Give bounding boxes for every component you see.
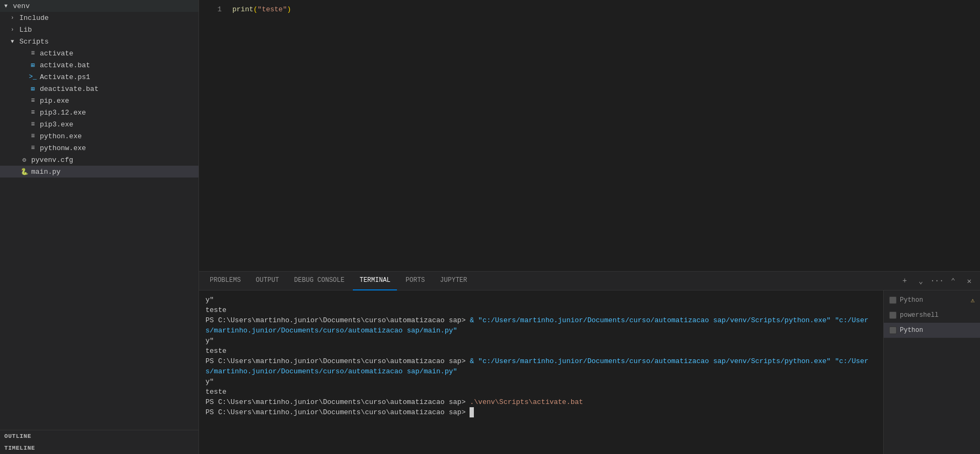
sidebar-item-scripts[interactable]: ▼Scripts: [0, 36, 198, 47]
terminal-text: teste: [205, 306, 226, 314]
editor: 1 print("teste"): [199, 0, 980, 271]
sidebar-item-label: Scripts: [19, 38, 198, 46]
sidebar-item-venv[interactable]: ▼venv: [0, 0, 198, 12]
terminal-tabs-bar: PROBLEMSOUTPUTDEBUG CONSOLETERMINALPORTS…: [199, 272, 980, 290]
sidebar-item-label: pip3.exe: [40, 120, 198, 129]
terminal-instance-python-1[interactable]: Python⚠: [884, 293, 980, 308]
sidebar-item-include[interactable]: ›Include: [0, 12, 198, 24]
terminal-prompt: PS C:\Users\martinho.junior\Documents\cu…: [205, 408, 470, 416]
sidebar-item-icon: ≡: [28, 132, 38, 140]
sidebar-item-icon: ≡: [28, 97, 38, 104]
sidebar-item-arrow: ›: [11, 15, 19, 21]
sidebar-item-icon: ≡: [28, 49, 38, 57]
terminal-text: y": [205, 296, 214, 304]
terminal-action-close[interactable]: ✕: [963, 274, 976, 287]
terminal-action-ellipsis[interactable]: ···: [931, 274, 943, 287]
sidebar-item-pip-exe[interactable]: ≡pip.exe: [0, 95, 198, 107]
sidebar-item-pip3-exe[interactable]: ≡pip3.exe: [0, 118, 198, 130]
terminal-tab-actions: +⌄···⌃✕: [898, 274, 976, 287]
terminal-tab-output[interactable]: OUTPUT: [250, 272, 286, 290]
main-area: 1 print("teste") PROBLEMSOUTPUTDEBUG CON…: [199, 0, 980, 454]
terminal-tab-ports[interactable]: PORTS: [399, 272, 431, 290]
code-token: print: [232, 5, 253, 13]
terminal-line: y": [205, 377, 877, 387]
terminal-instance-powershell[interactable]: powershell: [884, 308, 980, 323]
terminal-action-dropdown[interactable]: ⌄: [914, 274, 927, 287]
terminal-line: PS C:\Users\martinho.junior\Documents\cu…: [205, 356, 877, 377]
terminal-line: PS C:\Users\martinho.junior\Documents\cu…: [205, 407, 877, 417]
code-token: ): [287, 5, 291, 13]
terminal-action-add[interactable]: +: [898, 274, 911, 287]
sidebar-item-arrow: ▼: [4, 3, 13, 9]
line-number: 1: [199, 4, 222, 15]
code-editor[interactable]: print("teste"): [226, 0, 980, 271]
terminal-prompt: PS C:\Users\martinho.junior\Documents\cu…: [205, 398, 470, 406]
svg-rect-1: [890, 312, 896, 318]
terminal-tab-jupyter[interactable]: JUPYTER: [434, 272, 473, 290]
terminal-line: teste: [205, 346, 877, 356]
sidebar-item-activate-ps1[interactable]: >_Activate.ps1: [0, 71, 198, 83]
sidebar-item-label: Activate.ps1: [40, 73, 198, 81]
sidebar-item-label: pyvenv.cfg: [31, 156, 198, 164]
svg-rect-2: [890, 327, 896, 334]
terminal-output[interactable]: y"testePS C:\Users\martinho.junior\Docum…: [199, 290, 883, 454]
file-explorer: ▼venv›Include›Lib▼Scripts≡activate⊞activ…: [0, 0, 199, 454]
terminal-tab-problems[interactable]: PROBLEMS: [203, 272, 247, 290]
sidebar-item-activate-bat[interactable]: ⊞activate.bat: [0, 59, 198, 71]
sidebar-item-arrow: ▼: [11, 39, 19, 45]
terminal-instance-icon: [889, 296, 897, 304]
sidebar-item-lib[interactable]: ›Lib: [0, 24, 198, 36]
sidebar-item-pip3-12-exe[interactable]: ≡pip3.12.exe: [0, 107, 198, 118]
terminal-line: teste: [205, 305, 877, 315]
code-token: (: [253, 5, 258, 13]
terminal-instance-icon: [889, 311, 897, 319]
sidebar-item-label: Lib: [19, 26, 198, 34]
sidebar-item-pyvenv-cfg[interactable]: ⚙pyvenv.cfg: [0, 154, 198, 166]
terminal-instance-label: Python: [900, 296, 923, 304]
sidebar-section-outline[interactable]: OUTLINE: [0, 430, 198, 442]
terminal-text: teste: [205, 347, 226, 355]
sidebar-item-label: venv: [13, 2, 198, 10]
sidebar-bottom-panels: OUTLINETIMELINE: [0, 430, 198, 454]
terminal-prompt: PS C:\Users\martinho.junior\Documents\cu…: [205, 316, 470, 324]
sidebar-item-label: pip.exe: [40, 97, 198, 105]
sidebar-item-main-py[interactable]: 🐍main.py: [0, 166, 198, 178]
sidebar-item-icon: >_: [28, 73, 38, 81]
terminal-instances-panel: Python⚠powershellPython: [883, 290, 980, 454]
terminal-prompt: PS C:\Users\martinho.junior\Documents\cu…: [205, 357, 470, 365]
terminal-line: PS C:\Users\martinho.junior\Documents\cu…: [205, 397, 877, 407]
sidebar-item-label: Include: [19, 14, 198, 22]
line-numbers: 1: [199, 0, 226, 271]
sidebar-item-icon: ⊞: [28, 85, 38, 93]
terminal-line: PS C:\Users\martinho.junior\Documents\cu…: [205, 315, 877, 336]
sidebar-item-label: python.exe: [40, 132, 198, 140]
terminal-action-maximize[interactable]: ⌃: [947, 274, 960, 287]
sidebar-item-icon: ⊞: [28, 61, 38, 69]
sidebar-item-label: main.py: [31, 168, 198, 176]
code-line: print("teste"): [232, 4, 980, 15]
sidebar-section-timeline[interactable]: TIMELINE: [0, 442, 198, 454]
terminal-tab-terminal[interactable]: TERMINAL: [353, 272, 397, 290]
terminal-cursor: [470, 407, 474, 417]
terminal-line: teste: [205, 387, 877, 397]
sidebar-item-deactivate-bat[interactable]: ⊞deactivate.bat: [0, 83, 198, 95]
terminal-tab-debug-console[interactable]: DEBUG CONSOLE: [288, 272, 351, 290]
terminal-command: .\venv\Scripts\activate.bat: [470, 398, 583, 406]
sidebar-item-icon: 🐍: [19, 168, 29, 176]
terminal-body: y"testePS C:\Users\martinho.junior\Docum…: [199, 290, 980, 454]
sidebar-item-label: pip3.12.exe: [40, 109, 198, 117]
sidebar-item-python-exe[interactable]: ≡python.exe: [0, 130, 198, 142]
terminal-text: y": [205, 378, 214, 386]
code-token: "teste": [258, 5, 287, 13]
sidebar-item-pythonw-exe[interactable]: ≡pythonw.exe: [0, 142, 198, 154]
sidebar-item-icon: ≡: [28, 120, 38, 128]
terminal-line: y": [205, 336, 877, 346]
terminal-instance-python-2[interactable]: Python: [884, 323, 980, 338]
terminal-line: y": [205, 295, 877, 305]
sidebar-item-label: activate.bat: [40, 61, 198, 69]
terminal-warning-icon: ⚠: [971, 296, 975, 304]
sidebar-item-icon: ≡: [28, 144, 38, 152]
sidebar-item-label: deactivate.bat: [40, 85, 198, 93]
terminal-text: y": [205, 337, 214, 345]
sidebar-item-activate[interactable]: ≡activate: [0, 47, 198, 59]
